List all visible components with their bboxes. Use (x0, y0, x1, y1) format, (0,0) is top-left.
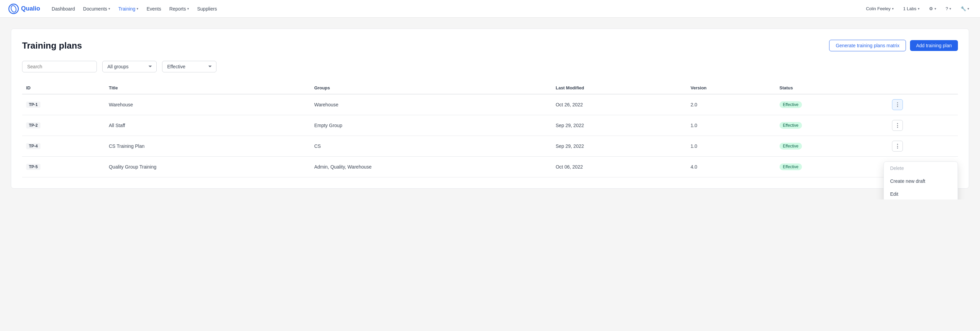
nav-right: Colin Feeley ▾ 1 Labs ▾ ⚙ ▾ ? ▾ 🔧 ▾ (863, 5, 972, 13)
cell-action: ⋮ (888, 115, 958, 136)
col-groups: Groups (310, 82, 552, 94)
col-id: ID (22, 82, 105, 94)
cell-action: ⋮ (888, 94, 958, 115)
training-plans-table: ID Title Groups Last Modified Version St… (22, 82, 958, 177)
nav-reports[interactable]: Reports ▾ (166, 4, 192, 14)
documents-chevron-icon: ▾ (108, 7, 110, 11)
gear-icon: ⚙ (929, 6, 933, 11)
labs-chevron-icon: ▾ (918, 7, 920, 11)
nav-links: Dashboard Documents ▾ Training ▾ Events … (48, 4, 855, 14)
context-menu-item[interactable]: Create new draft (884, 175, 958, 188)
cell-status: Effective (775, 115, 888, 136)
navbar: Qualio Dashboard Documents ▾ Training ▾ … (0, 0, 980, 18)
cell-groups: Warehouse (310, 94, 552, 115)
table-row: TP-4 CS Training Plan CS Sep 29, 2022 1.… (22, 136, 958, 157)
context-menu: DeleteCreate new draftEditMake effective… (883, 161, 958, 199)
row-action-button[interactable]: ⋮ (892, 120, 903, 131)
cell-title: Quality Group Training (105, 157, 310, 177)
cell-last-modified: Oct 26, 2022 (552, 94, 686, 115)
cell-status: Effective (775, 94, 888, 115)
col-title: Title (105, 82, 310, 94)
cell-id: TP-2 (22, 115, 105, 136)
cell-version: 2.0 (686, 94, 775, 115)
cell-action: ⋮ (888, 136, 958, 157)
settings-chevron-icon: ▾ (934, 7, 936, 11)
svg-point-1 (10, 5, 17, 13)
page-card: Training plans Generate training plans m… (11, 29, 969, 189)
reports-chevron-icon: ▾ (187, 7, 189, 11)
table-row: TP-2 All Staff Empty Group Sep 29, 2022 … (22, 115, 958, 136)
table-header-row: ID Title Groups Last Modified Version St… (22, 82, 958, 94)
search-input[interactable] (22, 61, 97, 72)
table-row: TP-1 Warehouse Warehouse Oct 26, 2022 2.… (22, 94, 958, 115)
cell-status: Effective (775, 157, 888, 177)
help-icon: ? (946, 6, 948, 11)
cell-version: 1.0 (686, 136, 775, 157)
row-action-button[interactable]: ⋮ (892, 141, 903, 151)
status-badge: Effective (780, 164, 802, 170)
cell-groups: Admin, Quality, Warehouse (310, 157, 552, 177)
add-training-plan-button[interactable]: Add training plan (910, 40, 958, 51)
user-chevron-icon: ▾ (892, 7, 894, 11)
nav-suppliers[interactable]: Suppliers (194, 4, 220, 14)
help-chevron-icon: ▾ (950, 7, 951, 11)
page-title: Training plans (22, 40, 82, 51)
cell-version: 1.0 (686, 115, 775, 136)
cell-title: All Staff (105, 115, 310, 136)
cell-status: Effective (775, 136, 888, 157)
training-chevron-icon: ▾ (137, 7, 138, 11)
settings-menu[interactable]: ⚙ ▾ (926, 5, 939, 13)
col-version: Version (686, 82, 775, 94)
nav-dashboard[interactable]: Dashboard (48, 4, 78, 14)
cell-id: TP-5 (22, 157, 105, 177)
col-actions (888, 82, 958, 94)
context-menu-item[interactable]: Edit (884, 188, 958, 199)
groups-filter[interactable]: All groups Warehouse CS Admin Quality (102, 61, 157, 72)
cell-id: TP-4 (22, 136, 105, 157)
nav-training[interactable]: Training ▾ (115, 4, 142, 14)
brand-logo[interactable]: Qualio (8, 3, 40, 14)
status-badge: Effective (780, 122, 802, 129)
nav-documents[interactable]: Documents ▾ (80, 4, 114, 14)
tools-chevron-icon: ▾ (967, 7, 969, 11)
nav-events[interactable]: Events (143, 4, 164, 14)
labs-menu[interactable]: 1 Labs ▾ (900, 5, 922, 13)
generate-matrix-button[interactable]: Generate training plans matrix (829, 40, 906, 51)
table-container: ID Title Groups Last Modified Version St… (22, 82, 958, 177)
header-actions: Generate training plans matrix Add train… (829, 40, 958, 51)
cell-groups: CS (310, 136, 552, 157)
filters: All groups Warehouse CS Admin Quality Ef… (22, 61, 958, 72)
status-badge: Effective (780, 101, 802, 108)
col-status: Status (775, 82, 888, 94)
cell-last-modified: Oct 06, 2022 (552, 157, 686, 177)
help-menu[interactable]: ? ▾ (943, 5, 954, 13)
table-row: TP-5 Quality Group Training Admin, Quali… (22, 157, 958, 177)
col-last-modified: Last Modified (552, 82, 686, 94)
status-filter[interactable]: Effective Draft All (162, 61, 216, 72)
status-badge: Effective (780, 143, 802, 150)
tools-menu[interactable]: 🔧 ▾ (958, 5, 972, 13)
main-container: Training plans Generate training plans m… (0, 18, 980, 199)
cell-last-modified: Sep 29, 2022 (552, 136, 686, 157)
cell-id: TP-1 (22, 94, 105, 115)
cell-groups: Empty Group (310, 115, 552, 136)
page-header: Training plans Generate training plans m… (22, 40, 958, 51)
context-menu-item: Delete (884, 162, 958, 175)
tools-icon: 🔧 (961, 6, 966, 11)
row-action-button[interactable]: ⋮ (892, 99, 903, 110)
cell-title: CS Training Plan (105, 136, 310, 157)
cell-title: Warehouse (105, 94, 310, 115)
cell-last-modified: Sep 29, 2022 (552, 115, 686, 136)
cell-version: 4.0 (686, 157, 775, 177)
brand-name: Qualio (21, 5, 40, 12)
user-menu[interactable]: Colin Feeley ▾ (863, 5, 896, 13)
